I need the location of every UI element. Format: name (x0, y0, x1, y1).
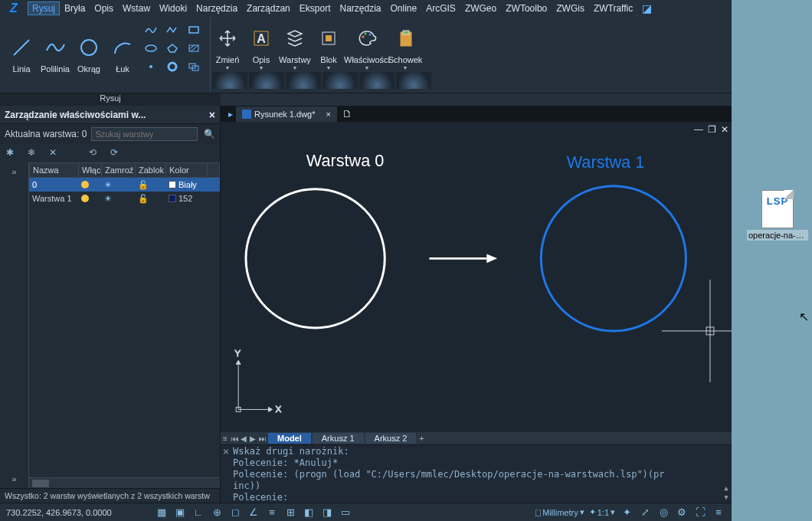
otrack-toggle-icon[interactable]: ∠ (247, 506, 260, 519)
panel-close-button[interactable]: × (209, 109, 215, 121)
console-close[interactable]: × (221, 445, 231, 503)
layer-refresh-icon[interactable]: ⟳ (110, 147, 124, 159)
tool-hatch-icon[interactable] (184, 40, 204, 57)
command-console[interactable]: × Wskaż drugi narożnik: Polecenie: *Anul… (221, 444, 732, 503)
dyn-toggle-icon[interactable]: ⊞ (283, 506, 297, 519)
document-tab-close[interactable]: × (326, 110, 331, 119)
mdi-restore[interactable]: ❐ (708, 124, 716, 135)
sheet-menu-icon[interactable]: ≡ (221, 434, 230, 443)
layer-search-box[interactable] (91, 127, 198, 141)
mdi-minimize[interactable]: — (694, 124, 703, 135)
isolate-icon[interactable]: ◎ (656, 506, 670, 519)
menu-wstaw[interactable]: Wstaw (118, 2, 155, 15)
menu-zarządzan[interactable]: Zarządzan (242, 2, 295, 15)
color-swatch[interactable] (169, 181, 176, 188)
sheet-next[interactable]: ▶ (248, 434, 257, 443)
document-tab[interactable]: Rysunek 1.dwg* × (236, 106, 338, 122)
grid-toggle-icon[interactable]: ▦ (155, 506, 169, 519)
lock-icon[interactable]: 🔓 (138, 194, 149, 204)
doc-tab-arrow-icon[interactable]: ▸ (225, 109, 236, 120)
menu-eksport[interactable]: Eksport (295, 2, 336, 15)
col-color[interactable]: Kolor (166, 163, 208, 177)
menu-zwgis[interactable]: ZWGis (552, 2, 589, 15)
panel-layers[interactable]: Warstwy▼ (278, 17, 312, 70)
tool-polygon-icon[interactable] (162, 40, 182, 57)
new-layer-freeze-icon[interactable]: ❄ (28, 147, 41, 159)
col-on[interactable]: Włąc (79, 163, 102, 177)
menu-zwtraffic[interactable]: ZWTraffic (589, 2, 637, 15)
sheet-add[interactable]: + (416, 434, 427, 443)
tool-ellipse-icon[interactable] (141, 40, 161, 57)
new-layer-icon[interactable]: ✱ (6, 147, 20, 159)
workspace-icon[interactable]: ⤢ (638, 506, 652, 519)
layer-search-input[interactable] (95, 129, 194, 139)
menu-opis[interactable]: Opis (90, 2, 118, 15)
new-document-button[interactable]: 🗋 (338, 106, 357, 121)
drawing-canvas[interactable]: Warstwa 0 Warstwa 1 X Y (221, 123, 732, 432)
menu-widoki[interactable]: Widoki (155, 2, 192, 15)
tool-arc[interactable]: Łuk (106, 20, 139, 74)
sheet-last[interactable]: ⏭ (257, 434, 267, 443)
tree-expand[interactable]: » (11, 474, 16, 483)
bulb-icon[interactable] (81, 181, 89, 188)
menu-narzędzia[interactable]: Narzędzia (335, 2, 385, 15)
tool-polyline[interactable]: Polilinia (38, 20, 72, 74)
panel-modify[interactable]: Zmień▼ (211, 17, 244, 70)
lock-icon[interactable]: 🔓 (138, 180, 149, 190)
layer-row[interactable]: Warstwa 1☀🔓 152 (29, 192, 220, 205)
menu-online[interactable]: Online (386, 2, 422, 15)
lwt-toggle-icon[interactable]: ≡ (265, 506, 279, 519)
desktop-file-lsp[interactable]: LSP operacje-na-warst... (748, 190, 807, 241)
tool-region-icon[interactable] (184, 58, 204, 75)
model-toggle-icon[interactable]: ▭ (339, 506, 352, 519)
recent-commands-icon[interactable]: ◪ (642, 2, 654, 15)
sheet-tab-2[interactable]: Arkusz 2 (365, 433, 417, 444)
viewport-thumb[interactable] (212, 72, 247, 89)
menu-zwtoolbo[interactable]: ZWToolbo (501, 2, 552, 15)
viewport-thumb[interactable] (323, 72, 358, 89)
viewport-thumb[interactable] (396, 72, 431, 89)
search-icon[interactable]: 🔍 (204, 129, 215, 139)
console-text[interactable]: Wskaż drugi narożnik: Polecenie: *Anuluj… (231, 445, 721, 503)
polar-toggle-icon[interactable]: ⊕ (210, 506, 224, 519)
osnap-toggle-icon[interactable]: ◻ (228, 506, 242, 519)
col-name[interactable]: Nazwa (30, 163, 79, 177)
delete-layer-icon[interactable]: ✕ (49, 147, 63, 159)
col-lock[interactable]: Zablok (136, 163, 166, 177)
tool-rectangle-icon[interactable] (184, 21, 204, 38)
transparency-icon[interactable]: ◨ (320, 506, 334, 519)
tool-spline-icon[interactable] (141, 21, 161, 38)
tool-donut-icon[interactable] (162, 58, 182, 75)
viewport-thumb[interactable] (249, 72, 284, 89)
layer-hscroll[interactable] (29, 477, 220, 488)
color-swatch[interactable] (169, 195, 176, 202)
cycle-toggle-icon[interactable]: ◧ (302, 506, 316, 519)
fullscreen-icon[interactable]: ⛶ (693, 506, 707, 519)
menu-narzędzia[interactable]: Narzędzia (192, 2, 242, 15)
settings-icon[interactable]: ⚙ (675, 506, 689, 519)
panel-clipboard[interactable]: Schowek▼ (388, 17, 422, 70)
customize-status-icon[interactable]: ≡ (712, 506, 725, 519)
panel-properties[interactable]: Właściwości▼ (345, 17, 388, 70)
layer-states-icon[interactable]: ⟲ (89, 147, 103, 159)
layer-row[interactable]: 0☀🔓 Biały (29, 178, 220, 192)
col-freeze[interactable]: Zamroź (102, 163, 136, 177)
bulb-icon[interactable] (81, 195, 89, 202)
tool-circle[interactable]: Okrąg (72, 20, 106, 74)
anno-toggle-icon[interactable]: ✦ (620, 506, 634, 519)
panel-annotation[interactable]: A Opis▼ (244, 17, 278, 70)
viewport-thumb[interactable] (286, 72, 321, 89)
tree-collapse[interactable]: » (11, 167, 16, 176)
sun-icon[interactable]: ☀ (104, 180, 112, 190)
scale-indicator[interactable]: ✦ 1:1 ▾ (589, 507, 615, 517)
ortho-toggle-icon[interactable]: ∟ (192, 506, 205, 519)
mdi-close[interactable]: ✕ (721, 124, 729, 135)
sheet-prev[interactable]: ◀ (239, 434, 248, 443)
snap-toggle-icon[interactable]: ▣ (173, 506, 187, 519)
menu-arcgis[interactable]: ArcGIS (421, 2, 460, 15)
tool-point-icon[interactable] (141, 58, 161, 75)
sun-icon[interactable]: ☀ (104, 194, 112, 204)
panel-block[interactable]: Blok▼ (312, 17, 345, 70)
menu-rysuj[interactable]: Rysuj (28, 2, 60, 15)
sheet-first[interactable]: ⏮ (230, 434, 239, 443)
